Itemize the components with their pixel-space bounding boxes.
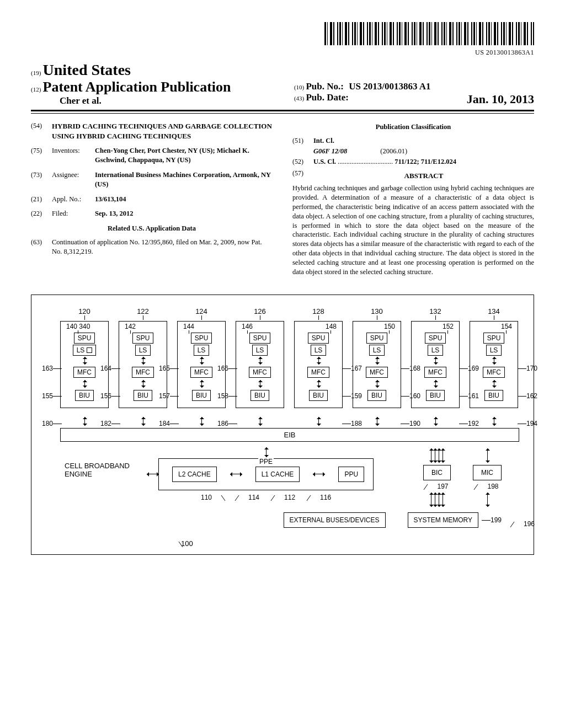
- spu-box: SPU: [366, 333, 388, 344]
- external-buses: EXTERNAL BUSES/DEVICES: [284, 512, 386, 528]
- intcl-class: G06F 12/08: [313, 147, 347, 156]
- country-code: (19): [31, 69, 41, 76]
- filed-label: Filed:: [52, 209, 95, 218]
- intcl-code: (51): [292, 136, 313, 146]
- publication-title: Patent Application Publication: [43, 79, 231, 95]
- eib-num: 196: [524, 520, 535, 528]
- biu-num: 182: [100, 420, 120, 427]
- related-header: Related U.S. Application Data: [31, 224, 273, 233]
- l2-num: 114: [248, 494, 259, 501]
- spu-box: SPU: [249, 333, 271, 344]
- biu-box: BIU: [134, 390, 152, 401]
- ppu: PPU: [338, 467, 364, 482]
- biu-num: 186: [217, 420, 237, 427]
- filed-code: (22): [31, 209, 52, 218]
- ls-box: LS: [428, 345, 444, 356]
- ls-num: 163: [42, 365, 62, 372]
- ls-num: 165: [159, 365, 179, 372]
- spu-box: SPU: [308, 333, 329, 344]
- spe-unit: 150SPULS168MFC160BIU190: [353, 321, 401, 408]
- title-code: (54): [31, 121, 52, 141]
- abstract-header: ABSTRACT: [313, 171, 534, 181]
- spe-col-num: 122: [119, 307, 167, 320]
- mfc-num: 156: [100, 392, 120, 400]
- spe-col-num: 126: [236, 307, 284, 320]
- ls-box: LS: [73, 345, 97, 356]
- pubno: US 2013/0013863 A1: [349, 81, 430, 92]
- bic: BIC: [423, 465, 451, 480]
- l1-num: 112: [284, 494, 295, 501]
- spe-col-num: 120: [60, 307, 109, 320]
- spe-col-num: 124: [177, 307, 226, 320]
- mfc-num: 162: [518, 392, 537, 400]
- ppe-num: 110: [201, 494, 212, 501]
- filed: Sep. 13, 2012: [95, 210, 133, 217]
- barcode-label: US 20130013863A1: [31, 49, 534, 57]
- divider: [31, 110, 534, 114]
- assignee-label: Assignee:: [52, 170, 95, 189]
- ppe-block: PPE L2 CACHE L1 CACHE PPU: [158, 458, 374, 490]
- pubdate: Jan. 10, 2013: [467, 92, 534, 106]
- spu-box: SPU: [132, 333, 154, 344]
- mfc-box: MFC: [424, 367, 446, 378]
- mfc-num: 155: [42, 392, 62, 400]
- ls-num: 166: [217, 365, 237, 372]
- ls-num: 170: [518, 365, 537, 372]
- invention-title: HYBRID CACHING TECHNIQUES AND GARBAGE CO…: [52, 121, 273, 141]
- mfc-num: 158: [217, 392, 237, 400]
- spu-box: SPU: [483, 333, 505, 344]
- spe-col-num: 134: [470, 307, 518, 320]
- uscl-dots: ................................: [338, 158, 393, 165]
- biu-num: 194: [518, 420, 537, 427]
- mfc-box: MFC: [132, 367, 154, 378]
- ls-box: LS: [252, 345, 268, 356]
- authors: Cher et al.: [60, 95, 283, 106]
- biblio-columns: (54) HYBRID CACHING TECHNIQUES AND GARBA…: [31, 121, 534, 280]
- biu-num: 184: [159, 420, 179, 427]
- spe-col-num: 132: [411, 307, 460, 320]
- ls-box: LS: [486, 345, 502, 356]
- biu-num: 190: [401, 420, 420, 427]
- continuation: Continuation of application No. 12/395,8…: [52, 238, 273, 256]
- spe-unit: 146SPULS166MFC158BIU186: [236, 321, 284, 408]
- pubno-code: (10): [294, 84, 304, 90]
- right-column: Publication Classification (51) Int. Cl.…: [292, 121, 534, 280]
- left-column: (54) HYBRID CACHING TECHNIQUES AND GARBA…: [31, 121, 273, 280]
- ls-num: 164: [100, 365, 120, 372]
- biu-box: BIU: [367, 390, 386, 401]
- biu-box: BIU: [192, 390, 211, 401]
- assignee: International Business Machines Corporat…: [95, 171, 271, 188]
- system-memory: SYSTEM MEMORY: [408, 512, 478, 528]
- mfc-box: MFC: [249, 367, 271, 378]
- spe-unit: 154SPULS170MFC162BIU194: [470, 321, 518, 408]
- mic-num: 198: [487, 483, 498, 490]
- mfc-box: MFC: [307, 367, 329, 378]
- biu-box: BIU: [75, 390, 94, 401]
- l2-cache: L2 CACHE: [172, 467, 217, 482]
- pubno-label: Pub. No.:: [306, 81, 343, 92]
- ls-box: LS: [369, 345, 385, 356]
- pub-code: (12): [31, 86, 41, 93]
- classification-header: Publication Classification: [292, 122, 534, 132]
- intcl-date: (2006.01): [380, 147, 407, 156]
- ppe-label: PPE: [258, 458, 274, 465]
- ls-box: LS: [194, 345, 210, 356]
- spe-unit: 152SPULS169MFC161BIU192: [411, 321, 460, 408]
- country: United States: [43, 61, 131, 78]
- inventors-label: Inventors:: [52, 146, 95, 165]
- abstract: Hybrid caching techniques and garbage co…: [292, 184, 534, 277]
- eib-bus: EIB: [60, 428, 519, 442]
- biu-num: 188: [342, 420, 362, 427]
- mfc-num: 157: [159, 392, 179, 400]
- spu-box: SPU: [425, 333, 446, 344]
- pubdate-code: (43): [294, 95, 304, 101]
- continuation-code: (63): [31, 238, 52, 256]
- cbe-label: CELL BROADBAND ENGINE: [60, 446, 158, 478]
- ls-box: LS: [135, 345, 151, 356]
- biu-box: BIU: [309, 390, 328, 401]
- header: (19) United States (12) Patent Applicati…: [31, 61, 534, 106]
- intcl-label: Int. Cl.: [313, 136, 334, 146]
- ppu-num: 116: [320, 494, 331, 501]
- mfc-box: MFC: [73, 367, 95, 378]
- ls-box: LS: [311, 345, 327, 356]
